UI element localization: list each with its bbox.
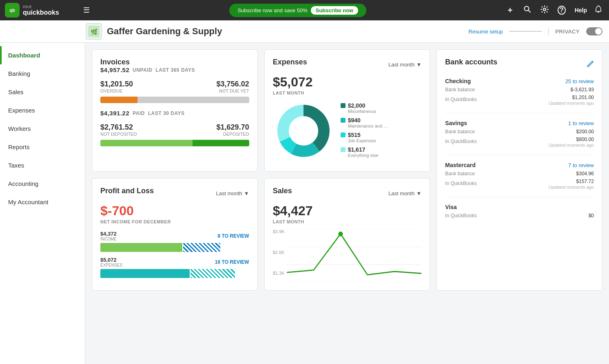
notifications-button[interactable] [593, 3, 604, 18]
legend-amount: $2,000 [348, 102, 376, 109]
help-button[interactable]: ? [554, 3, 569, 18]
promo-text: Subscribe now and save 50% [237, 7, 307, 13]
sales-title: Sales [273, 187, 292, 195]
visa-qb-row: In QuickBooks $0 [445, 213, 594, 218]
svg-text:🌿: 🌿 [91, 29, 98, 35]
visa-qb-label: In QuickBooks [445, 213, 476, 218]
edit-icon[interactable] [587, 60, 594, 69]
checking-qb-label: In QuickBooks [445, 97, 476, 102]
not-due-label: NOT DUE YET [217, 88, 249, 93]
mastercard-updated: Updated moments ago [549, 185, 594, 190]
subscribe-button[interactable]: Subscribe now [311, 6, 358, 15]
sidebar-item-label: Accounting [8, 180, 38, 187]
brand-name: intuit quickbooks [23, 4, 59, 16]
expenses-section: $5,072 EXPENSES 16 TO REVIEW [100, 257, 249, 278]
checking-review-link[interactable]: 25 to review [565, 78, 594, 84]
checking-bank-balance: $-3,621.93 [571, 87, 594, 93]
legend-amount: $940 [348, 117, 388, 124]
expenses-bar-hatched [190, 269, 235, 278]
expenses-title: Expenses [273, 58, 307, 66]
checking-bank-balance-label: Bank balance [445, 87, 475, 93]
search-button[interactable] [520, 3, 535, 18]
svg-rect-5 [598, 11, 599, 13]
not-deposited-label: NOT DEPOSITED [100, 132, 137, 137]
expenses-bar-solid [100, 269, 190, 278]
sidebar-item-my-accountant[interactable]: My Accountant [0, 193, 85, 211]
mastercard-review-link[interactable]: 7 to review [568, 162, 594, 168]
savings-bank-balance-row: Bank balance $200.00 [445, 129, 594, 135]
profit-loss-card: Profit and Loss Last month ▼ $-700 NET I… [92, 178, 258, 291]
savings-qb-row: In QuickBooks $800.00 Updated moments ag… [445, 135, 594, 148]
legend-desc: Miscellaneous [348, 109, 376, 114]
income-amount: $4,372 [100, 231, 123, 237]
invoices-title: Invoices [100, 58, 130, 66]
not-deposited-amount: $2,761.52 [100, 123, 137, 132]
sidebar: Dashboard Banking Sales Expenses Workers… [0, 43, 85, 364]
bank-accounts-header: Bank accounts [445, 58, 594, 71]
sidebar-item-workers[interactable]: Workers [0, 119, 85, 138]
checking-updated: Updated moments ago [549, 101, 594, 106]
savings-bank-balance: $200.00 [576, 129, 594, 135]
add-button[interactable]: + [503, 3, 518, 18]
legend-amount: $1,617 [348, 146, 379, 153]
deposited-label: DEPOSITED [217, 132, 249, 137]
legend-desc: Maintenance and ... [348, 124, 388, 128]
income-bar-group [100, 243, 249, 252]
privacy-toggle[interactable] [586, 27, 602, 35]
income-review-badge[interactable]: 8 TO REVIEW [218, 233, 249, 239]
expenses-card: Expenses Last month ▼ $5,072 LAST MONTH [264, 49, 430, 172]
pnl-title: Profit and Loss [100, 187, 154, 195]
promo-pill: Subscribe now and save 50% Subscribe now [229, 4, 366, 17]
subheader: 🌿 Gaffer Gardening & Supply Resume setup… [0, 20, 609, 43]
mastercard-name: Mastercard [445, 162, 476, 168]
sales-period-selector[interactable]: Last month ▼ [388, 190, 421, 196]
bank-account-visa: Visa In QuickBooks $0 [445, 204, 594, 226]
income-bar-hatched [183, 243, 220, 252]
sidebar-item-banking[interactable]: Banking [0, 64, 85, 83]
mastercard-qb-row: In QuickBooks $157.72 Updated moments ag… [445, 177, 594, 190]
overdue-row: $1,201.50 OVERDUE $3,756.02 NOT DUE YET [100, 80, 249, 96]
unpaid-period: LAST 365 DAYS [155, 67, 195, 73]
unpaid-label: UNPAID [133, 67, 152, 73]
pnl-period-selector[interactable]: Last month ▼ [216, 190, 249, 196]
legend-item-job-expenses: $515 Job Expenses [341, 132, 422, 143]
mastercard-qb-balance: $157.72 [576, 179, 594, 184]
income-bar-solid [100, 243, 182, 252]
expenses-period-selector[interactable]: Last month ▼ [388, 62, 421, 68]
sidebar-item-reports[interactable]: Reports [0, 138, 85, 156]
logo-area: qb intuit quickbooks [5, 3, 78, 18]
settings-button[interactable] [537, 3, 552, 18]
quickbooks-logo: qb [5, 3, 20, 18]
resume-setup-link[interactable]: Resume setup [469, 29, 503, 35]
hamburger-button[interactable]: ☰ [80, 4, 93, 16]
expenses-sub-label: LAST MONTH [273, 90, 422, 95]
sidebar-item-label: Expenses [8, 107, 35, 114]
savings-header-row: Savings 1 to review [445, 120, 594, 126]
sidebar-item-taxes[interactable]: Taxes [0, 156, 85, 174]
invoices-unpaid-bar [100, 97, 249, 103]
paid-label: PAID [133, 110, 145, 116]
invoices-card: Invoices $4,957.52 UNPAID LAST 365 DAYS … [92, 49, 258, 172]
expenses-review-badge[interactable]: 16 TO REVIEW [215, 259, 249, 265]
sidebar-item-sales[interactable]: Sales [0, 83, 85, 101]
sidebar-item-label: My Accountant [8, 199, 48, 205]
help-label[interactable]: Help [571, 5, 590, 15]
svg-text:qb: qb [9, 8, 15, 13]
sidebar-item-dashboard[interactable]: Dashboard [0, 46, 85, 64]
sidebar-item-label: Taxes [8, 162, 24, 169]
sidebar-item-label: Workers [8, 125, 31, 132]
sidebar-item-accounting[interactable]: Accounting [0, 174, 85, 193]
sidebar-item-expenses[interactable]: Expenses [0, 101, 85, 119]
sidebar-item-label: Banking [8, 70, 30, 77]
savings-qb-balance: $800.00 [576, 137, 594, 142]
savings-review-link[interactable]: 1 to review [568, 120, 594, 126]
chevron-down-icon: ▼ [244, 190, 249, 196]
expenses-legend: $2,000 Miscellaneous $940 Maintenance an… [341, 102, 422, 161]
legend-item-everything-else: $1,617 Everything else [341, 146, 422, 158]
subheader-actions: Resume setup PRIVACY [469, 27, 602, 35]
legend-dot [341, 118, 345, 123]
expenses-bar-group [100, 269, 249, 278]
expenses-header: Expenses Last month ▼ [273, 58, 422, 71]
top-navigation: qb intuit quickbooks ☰ Subscribe now and… [0, 0, 609, 20]
pnl-header: Profit and Loss Last month ▼ [100, 187, 249, 200]
